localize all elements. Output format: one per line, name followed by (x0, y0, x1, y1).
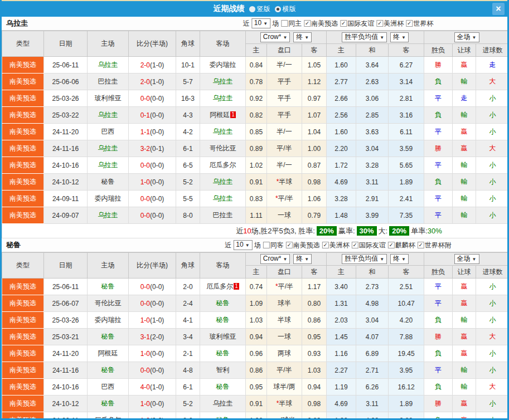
competition-checkbox[interactable]: ✓南美预选 (286, 241, 320, 250)
wdl-result-cell: 負 (424, 107, 453, 124)
score-cell: 0-0(0-0) (129, 362, 176, 379)
league-cell: 南美预选 (2, 157, 44, 174)
goals-result-cell: 小 (476, 174, 509, 191)
wdl-result-cell: 負 (424, 174, 453, 191)
checkbox-icon (281, 20, 288, 27)
away-odds-cell: 1.05 (302, 57, 327, 74)
team-section: 乌拉圭近10▼场同主✓南美预选✓国际友谊✓美洲杯✓世界杯类型日期主场比分(半场)… (2, 17, 507, 238)
competition-checkbox[interactable]: ✓国际友谊 (352, 241, 386, 250)
corner-cell: 8-0 (176, 207, 200, 224)
corner-cell: 2-4 (176, 295, 200, 312)
radio-icon (249, 6, 255, 12)
handicap-result-cell: 贏 (453, 57, 476, 74)
date-cell: 25-06-06 (44, 74, 88, 90)
home-odds-cell: 0.82 (246, 107, 267, 124)
score-cell: 0-0(0-0) (129, 207, 176, 224)
mean-select[interactable]: 胜平负均值▼ (342, 254, 387, 264)
home-team-cell: 乌拉圭 (88, 107, 129, 124)
column-header: 主 (246, 266, 267, 279)
handicap-cell: 半/一 (267, 124, 302, 140)
home-odds-cell: 1.03 (246, 312, 267, 329)
date-cell: 24-10-12 (44, 174, 88, 191)
wdl-result-cell: 平 (424, 191, 453, 207)
mean-draw-cell: 2.63 (356, 74, 389, 90)
away-odds-cell: 1.04 (302, 124, 327, 140)
home-odds-cell: 0.78 (246, 74, 267, 90)
home-odds-cell: 0.89 (246, 140, 267, 157)
matches-label: 场 (272, 19, 279, 28)
corner-cell: 6-5 (176, 157, 200, 174)
section-header: 乌拉圭近10▼场同主✓南美预选✓国际友谊✓美洲杯✓世界杯 (2, 17, 507, 31)
away-odds-cell: 0.98 (302, 395, 327, 412)
column-header: 主 (246, 44, 267, 57)
home-odds-cell: 0.84 (246, 57, 267, 74)
wdl-result-cell: 負 (424, 412, 453, 420)
checkbox-label: 世界杯附 (425, 241, 452, 250)
close-icon[interactable]: × (492, 3, 505, 15)
handicap-cell: 半/一 (267, 157, 302, 174)
competition-checkbox[interactable]: ✓麒麟杯 (388, 241, 415, 250)
away-team-cell: 秘鲁 (200, 312, 246, 329)
mean-away-cell: 9.82 (389, 412, 424, 420)
league-cell: 南美预选 (2, 57, 44, 74)
competition-checkbox[interactable]: ✓南美预选 (304, 19, 338, 28)
date-cell: 24-10-12 (44, 395, 88, 412)
goals-result-cell: 小 (476, 312, 509, 329)
home-odds-cell: 1.02 (246, 157, 267, 174)
scope-select[interactable]: 全场▼ (454, 254, 479, 264)
mean-home-cell: 4.69 (327, 395, 356, 412)
score-cell: 1-0(0-0) (129, 395, 176, 412)
titlebar: 近期战绩 竖版 横版 × (2, 1, 507, 17)
handicap-result-cell: 贏 (453, 395, 476, 412)
handicap-result-cell: 輸 (453, 157, 476, 174)
competition-checkbox[interactable]: ✓世界杯附 (418, 241, 452, 250)
odds-company-select[interactable]: Crow*▼ (260, 32, 290, 42)
date-cell: 24-10-16 (44, 157, 88, 174)
odds-time-select[interactable]: 终▼ (293, 254, 312, 264)
scope-select[interactable]: 全场▼ (454, 32, 479, 42)
chevron-down-icon: ▼ (283, 35, 287, 40)
competition-checkbox[interactable]: ✓美洲杯 (376, 19, 404, 28)
home-team-cell: 秘鲁 (88, 329, 129, 345)
date-cell: 25-03-26 (44, 90, 88, 107)
mean-away-cell: 2.41 (389, 191, 424, 207)
same-venue-checkbox[interactable]: 同主 (281, 19, 302, 28)
match-row: 南美预选24-09-11委内瑞拉0-0(0-0)5-5乌拉圭0.83*平/半1.… (2, 191, 509, 207)
score-cell: 4-0(1-0) (129, 379, 176, 395)
corner-cell: 5-2 (176, 395, 200, 412)
checkbox-icon: ✓ (340, 20, 347, 27)
away-odds-cell: 0.93 (302, 345, 327, 362)
match-count-select[interactable]: 10▼ (251, 18, 270, 28)
odds-time-select[interactable]: 终▼ (293, 32, 312, 42)
home-team-cell: 乌拉圭 (88, 57, 129, 74)
corner-cell: 16-3 (176, 90, 200, 107)
match-count-select[interactable]: 10▼ (233, 240, 252, 250)
corner-cell: 8-0 (176, 412, 200, 420)
mean-time-select[interactable]: 终▼ (390, 254, 409, 264)
goals-result-cell: 小 (476, 412, 509, 420)
checkbox-label: 美洲杯 (384, 19, 404, 28)
same-venue-checkbox[interactable]: 同客 (263, 241, 284, 250)
mean-home-cell: 1.19 (327, 379, 356, 395)
competition-checkbox[interactable]: ✓美洲杯 (322, 241, 350, 250)
league-cell: 南美预选 (2, 362, 44, 379)
mean-select[interactable]: 胜平负均值▼ (342, 32, 387, 42)
layout-vertical-radio[interactable]: 竖版 (249, 4, 270, 14)
odds-company-select[interactable]: Crow*▼ (260, 254, 290, 264)
match-row: 南美预选25-03-21秘鲁3-1(2-0)3-4玻利维亚0.94一球0.951… (2, 329, 509, 345)
mean-home-cell: 1.60 (327, 57, 356, 74)
league-cell: 南美预选 (2, 312, 44, 329)
chevron-down-icon: ▼ (380, 257, 384, 262)
handicap-result-cell: 輸 (453, 207, 476, 224)
away-odds-cell: 1.12 (302, 74, 327, 90)
competition-checkbox[interactable]: ✓国际友谊 (340, 19, 374, 28)
competition-checkbox[interactable]: ✓世界杯 (406, 19, 433, 28)
handicap-result-cell: 輸 (453, 362, 476, 379)
corner-cell: 6-1 (176, 140, 200, 157)
mean-time-select[interactable]: 终▼ (390, 32, 409, 42)
date-cell: 25-03-26 (44, 312, 88, 329)
layout-horizontal-radio[interactable]: 横版 (275, 4, 296, 14)
wdl-result-cell: 勝 (424, 395, 453, 412)
checkbox-label: 同客 (270, 241, 284, 250)
column-header: 胜负 (424, 44, 453, 57)
